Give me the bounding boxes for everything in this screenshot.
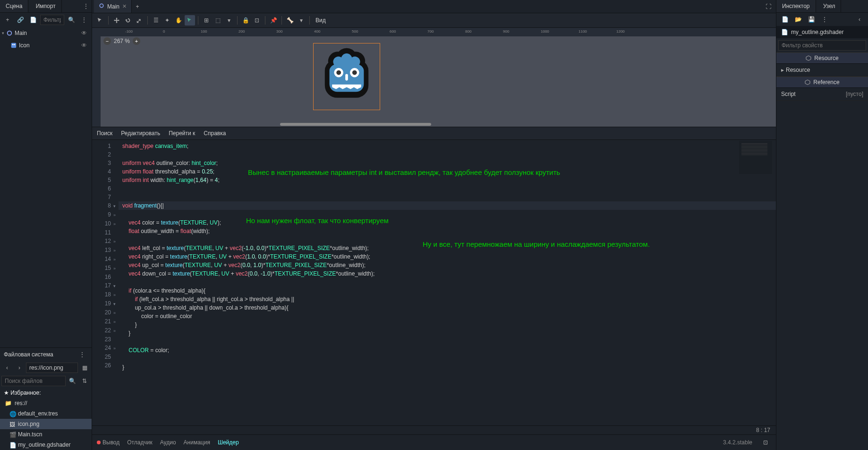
- chevron-down-icon[interactable]: ▾: [224, 15, 234, 26]
- shader-icon: 📄: [9, 442, 15, 448]
- grid-view-icon[interactable]: ▦: [80, 363, 89, 372]
- visibility-icon[interactable]: 👁: [79, 28, 89, 38]
- visibility-icon[interactable]: 👁: [79, 41, 89, 50]
- ruler-tool-icon[interactable]: [185, 15, 195, 26]
- fs-file[interactable]: 🎬 Main.tscn: [0, 429, 92, 440]
- menu-search[interactable]: Поиск: [97, 130, 112, 137]
- bottom-animation[interactable]: Анимация: [184, 439, 210, 446]
- attach-script-icon[interactable]: 📄: [28, 15, 38, 25]
- scene-extra-icon[interactable]: ⋮: [79, 15, 89, 25]
- save-resource-icon[interactable]: 💾: [807, 15, 816, 24]
- bottom-extra-icon[interactable]: ⊡: [761, 438, 770, 447]
- bottom-shader[interactable]: Шейдер: [218, 439, 239, 446]
- ruler-horizontal: -100010020030040050060070080090010001100…: [92, 28, 776, 36]
- menu-goto[interactable]: Перейти к: [169, 130, 195, 137]
- select-tool-icon[interactable]: [95, 15, 105, 26]
- scene-tab-main[interactable]: Main ✕: [94, 0, 132, 13]
- line-gutter: 12345678▾9»10»1112»13»14»15»1617▾18»19▾2…: [92, 140, 119, 425]
- sprite-selection[interactable]: [313, 43, 380, 110]
- env-icon: 🌐: [9, 411, 15, 416]
- bone-icon[interactable]: 🦴: [285, 15, 295, 26]
- load-resource-icon[interactable]: 📂: [793, 15, 803, 24]
- version-label: 3.4.2.stable: [723, 439, 752, 446]
- search-icon[interactable]: 🔍: [68, 376, 77, 386]
- svg-rect-9: [345, 74, 348, 80]
- snap-icon[interactable]: ⊞: [201, 15, 212, 26]
- close-tab-icon[interactable]: ✕: [122, 3, 127, 9]
- bottom-debugger[interactable]: Отладчик: [127, 439, 152, 446]
- scene-icon: 🎬: [9, 432, 15, 437]
- tab-scene[interactable]: Сцена: [0, 0, 28, 12]
- node2d-icon: [6, 30, 13, 36]
- fs-path-input[interactable]: [26, 363, 78, 373]
- list-select-icon[interactable]: ☰: [151, 15, 161, 26]
- ruler-vertical: [92, 36, 101, 127]
- svg-point-2: [12, 44, 14, 45]
- expand-icon[interactable]: ⛶: [764, 2, 773, 11]
- anchor-icon[interactable]: 📌: [268, 15, 279, 26]
- fs-root[interactable]: 📁 res://: [0, 398, 92, 408]
- group-icon[interactable]: ⊡: [252, 15, 262, 26]
- node-label: Icon: [19, 42, 30, 49]
- property-script[interactable]: Script [пусто]: [776, 88, 868, 101]
- svg-point-0: [8, 31, 12, 35]
- cube-icon: [805, 79, 810, 85]
- zoom-level: 267 %: [114, 38, 130, 44]
- add-node-icon[interactable]: +: [3, 15, 12, 25]
- image-icon: 🖼: [9, 421, 15, 427]
- bottom-audio[interactable]: Аудио: [160, 439, 176, 446]
- cursor-position: 8 : 17: [756, 427, 770, 433]
- scene-filter-input[interactable]: [40, 15, 64, 25]
- fs-search-input[interactable]: [1, 376, 66, 386]
- scene-menu-dots[interactable]: ⋮: [81, 1, 91, 11]
- nav-back-icon[interactable]: ‹: [2, 363, 12, 372]
- fs-file[interactable]: 📄 my_outline.gdshader: [0, 440, 92, 450]
- section-reference[interactable]: Reference: [776, 77, 868, 88]
- pan-tool-icon[interactable]: ✋: [173, 15, 184, 26]
- scale-tool-icon[interactable]: [134, 15, 145, 26]
- chevron-down-icon[interactable]: ▾: [296, 15, 306, 26]
- inspector-filter-input[interactable]: [778, 40, 866, 51]
- fs-menu-dots[interactable]: ⋮: [77, 350, 87, 359]
- folder-icon: 📁: [5, 400, 12, 407]
- menu-help[interactable]: Справка: [204, 130, 226, 137]
- move-tool-icon[interactable]: [111, 15, 122, 26]
- inspector-menu-dots[interactable]: ⋮: [820, 15, 829, 24]
- viewport-canvas[interactable]: [101, 36, 776, 127]
- section-resource[interactable]: Resource: [776, 52, 868, 64]
- zoom-in-icon[interactable]: +: [133, 37, 140, 45]
- menu-edit[interactable]: Редактировать: [121, 130, 160, 137]
- node2d-icon: [99, 3, 104, 10]
- add-tab-icon[interactable]: +: [133, 2, 142, 11]
- tab-inspector[interactable]: Инспектор: [776, 0, 816, 12]
- fs-file[interactable]: 🌐 default_env.tres: [0, 408, 92, 419]
- shader-icon: 📄: [781, 29, 788, 35]
- search-icon[interactable]: 🔍: [67, 15, 76, 25]
- new-resource-icon[interactable]: 📄: [780, 15, 790, 24]
- fs-sort-icon[interactable]: ⇅: [80, 376, 89, 386]
- rotate-tool-icon[interactable]: [123, 15, 133, 26]
- fs-file[interactable]: 🖼 icon.png: [0, 419, 92, 429]
- nav-forward-icon[interactable]: ›: [15, 363, 24, 372]
- bottom-output[interactable]: Вывод: [97, 439, 119, 446]
- tab-node[interactable]: Узел: [817, 0, 842, 12]
- scene-node-icon[interactable]: Icon 👁: [0, 39, 92, 52]
- link-icon[interactable]: 🔗: [16, 15, 25, 25]
- cube-icon: [806, 55, 811, 61]
- sprite-icon: [10, 42, 17, 49]
- history-back-icon[interactable]: ‹: [855, 15, 864, 24]
- inspector-resource-path[interactable]: 📄 my_outline.gdshader: [776, 26, 868, 38]
- viewport-scrollbar[interactable]: [280, 123, 431, 126]
- property-resource[interactable]: ▸Resource: [776, 64, 868, 77]
- view-menu[interactable]: Вид: [313, 17, 329, 24]
- filesystem-title: Файловая система: [4, 351, 53, 358]
- code-editor[interactable]: 12345678▾9»10»1112»13»14»15»1617▾18»19▾2…: [92, 140, 776, 425]
- zoom-out-icon[interactable]: −: [103, 37, 111, 45]
- snap-options-icon[interactable]: ⬚: [213, 15, 223, 26]
- lock-icon[interactable]: 🔒: [240, 15, 251, 26]
- code-minimap[interactable]: [739, 141, 772, 174]
- svg-point-8: [352, 70, 357, 75]
- tab-import[interactable]: Импорт: [30, 0, 62, 12]
- scene-node-main[interactable]: ▾ Main 👁: [0, 27, 92, 39]
- snap-rotate-icon[interactable]: ✦: [162, 15, 172, 26]
